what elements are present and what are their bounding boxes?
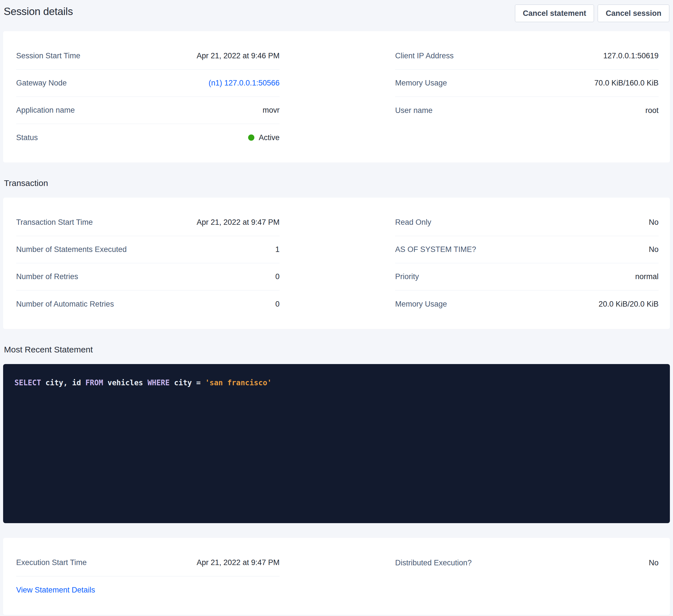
- statements-executed-row: Number of Statements Executed 1: [16, 236, 279, 263]
- as-of-system-time-row: AS OF SYSTEM TIME? No: [395, 236, 659, 263]
- priority-row: Priority normal: [395, 263, 659, 290]
- distributed-execution-row: Distributed Execution? No: [395, 549, 659, 576]
- sql-keyword: FROM: [85, 378, 103, 387]
- status-row: Status Active: [16, 124, 279, 151]
- application-name-row: Application name movr: [16, 97, 279, 124]
- execution-card: Execution Start Time Apr 21, 2022 at 9:4…: [3, 538, 670, 615]
- read-only-row: Read Only No: [395, 209, 659, 236]
- row-value: No: [649, 559, 659, 567]
- row-label: Memory Usage: [395, 79, 447, 87]
- client-ip-row: Client IP Address 127.0.0.1:50619: [395, 42, 659, 70]
- retries-row: Number of Retries 0: [16, 263, 279, 290]
- status-badge: Active: [248, 133, 279, 142]
- view-statement-details-row: View Statement Details: [16, 576, 279, 604]
- row-value: normal: [635, 272, 659, 281]
- row-label: Gateway Node: [16, 79, 67, 87]
- transaction-memory-usage-row: Memory Usage 20.0 KiB/20.0 KiB: [395, 290, 659, 318]
- session-summary-right-column: Client IP Address 127.0.0.1:50619 Memory…: [395, 42, 659, 151]
- execution-start-time-row: Execution Start Time Apr 21, 2022 at 9:4…: [16, 549, 279, 576]
- sql-statement-box: SELECT city, id FROM vehicles WHERE city…: [3, 364, 670, 523]
- row-value: 1: [275, 245, 279, 254]
- row-value: root: [645, 106, 659, 115]
- transaction-left-column: Transaction Start Time Apr 21, 2022 at 9…: [16, 209, 279, 318]
- transaction-card: Transaction Start Time Apr 21, 2022 at 9…: [3, 198, 670, 329]
- row-label: Transaction Start Time: [16, 218, 93, 227]
- row-label: Priority: [395, 272, 419, 281]
- row-value: 127.0.0.1:50619: [603, 51, 659, 60]
- transaction-section-heading: Transaction: [4, 178, 670, 188]
- gateway-node-row: Gateway Node (n1) 127.0.0.1:50566: [16, 70, 279, 97]
- row-label: User name: [395, 106, 433, 115]
- row-value: 20.0 KiB/20.0 KiB: [599, 300, 659, 309]
- view-statement-details-link[interactable]: View Statement Details: [16, 586, 95, 595]
- cancel-statement-button[interactable]: Cancel statement: [515, 5, 594, 22]
- row-value: 0: [275, 272, 279, 281]
- row-value: Apr 21, 2022 at 9:46 PM: [197, 51, 279, 60]
- row-label: Number of Statements Executed: [16, 245, 127, 254]
- row-value: No: [649, 245, 659, 254]
- execution-right-column: Distributed Execution? No: [395, 549, 659, 604]
- row-label: Session Start Time: [16, 51, 80, 60]
- session-memory-usage-row: Memory Usage 70.0 KiB/160.0 KiB: [395, 70, 659, 97]
- row-label: Client IP Address: [395, 51, 454, 60]
- page-header: Session details Cancel statement Cancel …: [3, 5, 670, 22]
- sql-keyword: WHERE: [148, 378, 170, 387]
- sql-string: 'san francisco': [205, 378, 272, 387]
- row-label: Memory Usage: [395, 300, 447, 309]
- page-title: Session details: [4, 6, 73, 18]
- session-details-page: Session details Cancel statement Cancel …: [0, 0, 673, 615]
- row-value: Apr 21, 2022 at 9:47 PM: [197, 558, 279, 567]
- row-value: 70.0 KiB/160.0 KiB: [594, 79, 659, 87]
- row-label: Execution Start Time: [16, 558, 87, 567]
- session-summary-card: Session Start Time Apr 21, 2022 at 9:46 …: [3, 31, 670, 163]
- most-recent-statement-heading: Most Recent Statement: [4, 345, 670, 354]
- session-summary-left-column: Session Start Time Apr 21, 2022 at 9:46 …: [16, 42, 279, 151]
- row-label: AS OF SYSTEM TIME?: [395, 245, 476, 254]
- transaction-start-time-row: Transaction Start Time Apr 21, 2022 at 9…: [16, 209, 279, 236]
- status-text: Active: [259, 133, 279, 142]
- gateway-node-link[interactable]: (n1) 127.0.0.1:50566: [208, 79, 279, 87]
- row-label: Status: [16, 133, 38, 142]
- session-start-time-row: Session Start Time Apr 21, 2022 at 9:46 …: [16, 42, 279, 70]
- sql-plain: city =: [170, 378, 205, 387]
- row-label: Read Only: [395, 218, 431, 227]
- sql-plain: vehicles: [103, 378, 148, 387]
- transaction-right-column: Read Only No AS OF SYSTEM TIME? No Prior…: [395, 209, 659, 318]
- user-name-row: User name root: [395, 97, 659, 124]
- automatic-retries-row: Number of Automatic Retries 0: [16, 290, 279, 318]
- row-value: No: [649, 218, 659, 227]
- execution-left-column: Execution Start Time Apr 21, 2022 at 9:4…: [16, 549, 279, 604]
- header-actions: Cancel statement Cancel session: [515, 5, 669, 22]
- row-label: Application name: [16, 106, 75, 115]
- row-label: Number of Automatic Retries: [16, 300, 114, 309]
- row-label: Number of Retries: [16, 272, 78, 281]
- row-label: Distributed Execution?: [395, 559, 472, 567]
- status-active-dot-icon: [248, 134, 254, 141]
- row-value: 0: [275, 300, 279, 309]
- sql-plain: city, id: [41, 378, 85, 387]
- sql-statement-text: SELECT city, id FROM vehicles WHERE city…: [14, 378, 659, 388]
- cancel-session-button[interactable]: Cancel session: [598, 5, 669, 22]
- row-value: Apr 21, 2022 at 9:47 PM: [197, 218, 279, 227]
- row-value: movr: [263, 106, 279, 115]
- sql-keyword: SELECT: [14, 378, 41, 387]
